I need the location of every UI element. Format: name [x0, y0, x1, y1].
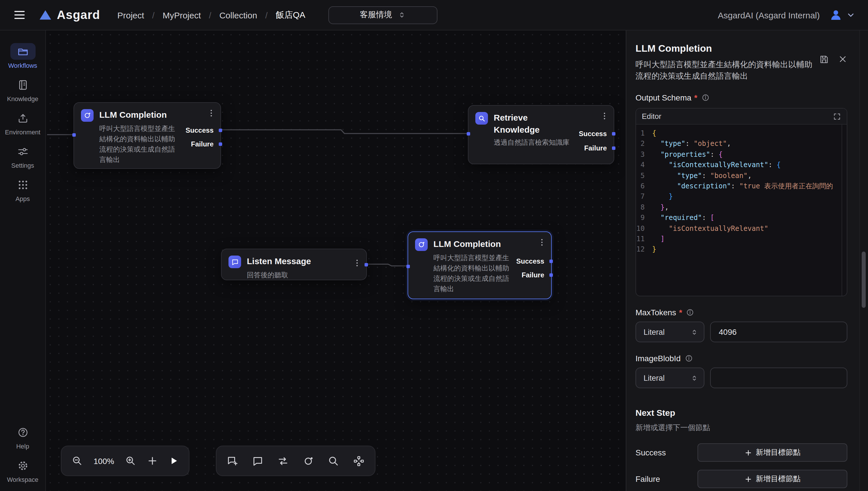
- sidebar-item-workspace[interactable]: Workspace: [2, 457, 43, 483]
- output-port-failure[interactable]: [549, 273, 553, 277]
- node-menu-button[interactable]: [600, 111, 609, 121]
- node-menu-button[interactable]: [353, 258, 362, 268]
- output-port-failure[interactable]: [612, 146, 616, 150]
- environment-upload-icon: [10, 110, 35, 126]
- search-icon: [475, 112, 488, 125]
- node-title: Listen Message: [247, 255, 311, 267]
- subflow-node-button[interactable]: [353, 455, 364, 467]
- editor-scrollbar[interactable]: [842, 125, 842, 296]
- sidebar-item-label: Knowledge: [7, 95, 38, 102]
- output-port[interactable]: [364, 263, 368, 266]
- inspector-panel: LLM Completion 呼叫大型語言模型並產生結構化的資料輸出以輔助流程的…: [626, 30, 868, 491]
- user-avatar-icon[interactable]: [829, 8, 843, 22]
- output-port-success[interactable]: [612, 132, 616, 136]
- node-description: 回答後的聽取: [247, 270, 350, 280]
- scenario-selector[interactable]: 客服情境: [328, 6, 438, 24]
- workspace-gear-icon: [10, 457, 35, 474]
- llm-icon: [415, 238, 428, 251]
- add-message-node-button[interactable]: [227, 455, 238, 467]
- node-description: 呼叫大型語言模型並產生結構化的資料輸出以輔助流程的決策或生成自然語言輸出: [433, 253, 510, 294]
- image-blob-id-input[interactable]: [710, 368, 847, 388]
- sidebar-item-label: Apps: [16, 195, 30, 202]
- zoom-out-button[interactable]: [72, 455, 83, 466]
- sidebar-item-environment[interactable]: Environment: [2, 110, 43, 136]
- output-failure-label: Failure: [584, 144, 607, 152]
- editor-code[interactable]: 1{2 "type": "object",3 "properties": {4 …: [636, 125, 847, 255]
- breadcrumb-item[interactable]: Collection: [219, 10, 257, 20]
- info-icon[interactable]: [686, 308, 694, 316]
- info-icon[interactable]: [701, 94, 709, 102]
- expand-icon[interactable]: [833, 112, 841, 120]
- output-port-failure[interactable]: [219, 142, 222, 146]
- max-tokens-input[interactable]: 4096: [710, 322, 847, 342]
- info-icon[interactable]: [685, 354, 693, 363]
- inspector-title: LLM Completion: [635, 43, 812, 55]
- required-marker: *: [694, 93, 697, 102]
- code-line: 1{: [636, 128, 847, 139]
- node-llm-completion-1[interactable]: LLM Completion 呼叫大型語言模型並產生結構化的資料輸出以輔助流程的…: [73, 102, 221, 169]
- output-port-success[interactable]: [219, 128, 222, 132]
- code-line: 10 "isContextuallyRelevant": [636, 223, 847, 234]
- panel-scrollbar-thumb[interactable]: [862, 252, 866, 308]
- input-port[interactable]: [72, 133, 76, 137]
- sidebar-item-help[interactable]: Help: [2, 424, 43, 450]
- hamburger-menu-button[interactable]: [12, 8, 26, 22]
- code-line: 8 },: [636, 202, 847, 212]
- node-llm-completion-2[interactable]: LLM Completion 呼叫大型語言模型並產生結構化的資料輸出以輔助流程的…: [408, 231, 552, 299]
- select-value: Literal: [643, 374, 665, 382]
- input-port[interactable]: [467, 132, 470, 136]
- brand[interactable]: Asgard: [39, 8, 100, 22]
- sidebar-item-settings[interactable]: Settings: [2, 143, 43, 169]
- run-workflow-button[interactable]: [169, 456, 179, 466]
- output-port-success[interactable]: [549, 260, 553, 263]
- input-port[interactable]: [407, 265, 410, 268]
- edge-listen-to-llm2: [368, 264, 407, 266]
- branch-node-button[interactable]: [277, 455, 289, 467]
- zoom-in-icon: [125, 455, 136, 466]
- code-line: 2 "type": "object",: [636, 139, 847, 149]
- zoom-in-button[interactable]: [125, 455, 136, 466]
- add-button[interactable]: [147, 455, 158, 466]
- required-marker: *: [679, 308, 682, 317]
- schema-editor[interactable]: Editor 1{2 "type": "object",3 "propertie…: [635, 108, 847, 296]
- node-title: Retrieve Knowledge: [494, 111, 557, 136]
- editor-title: Editor: [642, 112, 661, 121]
- breadcrumb-item[interactable]: 飯店QA: [275, 9, 305, 20]
- output-schema-label-row: Output Schema *: [635, 93, 847, 102]
- sidebar-item-apps[interactable]: Apps: [2, 176, 43, 202]
- image-blob-id-type-select[interactable]: Literal: [635, 368, 705, 388]
- listen-message-node-button[interactable]: [252, 455, 264, 467]
- image-blob-id-label-row: ImageBlobId: [635, 354, 847, 363]
- app-root: Asgard Project/MyProject/Collection/飯店QA…: [0, 0, 868, 491]
- node-menu-button[interactable]: [207, 109, 216, 118]
- node-title: LLM Completion: [99, 109, 167, 121]
- zoom-out-icon: [72, 455, 83, 466]
- account-chevron-down-icon[interactable]: [846, 10, 856, 20]
- sidebar-item-label: Help: [16, 443, 29, 450]
- add-target-node-failure-button[interactable]: 新增目標節點: [697, 470, 847, 488]
- panel-scrollbar-track[interactable]: [859, 30, 868, 491]
- llm-node-button[interactable]: [303, 455, 314, 467]
- retrieve-knowledge-node-button[interactable]: [328, 455, 339, 467]
- max-tokens-type-select[interactable]: Literal: [635, 322, 705, 342]
- sidebar-item-knowledge[interactable]: Knowledge: [2, 76, 43, 102]
- code-line: 7 }: [636, 192, 847, 202]
- add-target-node-success-button[interactable]: 新增目標節點: [697, 443, 847, 462]
- breadcrumb-item[interactable]: Project: [117, 10, 144, 20]
- output-schema-label: Output Schema: [635, 93, 691, 102]
- help-icon: [10, 424, 35, 440]
- sidebar-item-workflows[interactable]: Workflows: [2, 43, 43, 69]
- account-label: AsgardAI (Asgard Internal): [718, 10, 820, 20]
- search-icon: [328, 455, 339, 467]
- node-listen-message[interactable]: Listen Message 回答後的聽取: [221, 249, 367, 280]
- llm-icon: [303, 455, 314, 467]
- max-tokens-label-row: MaxTokens *: [635, 308, 847, 317]
- editor-header: Editor: [636, 109, 847, 125]
- breadcrumb-item[interactable]: MyProject: [162, 10, 201, 20]
- code-line: 5 "type": "boolean",: [636, 170, 847, 181]
- code-line: 11 ]: [636, 234, 847, 244]
- node-menu-button[interactable]: [537, 238, 546, 247]
- node-retrieve-knowledge[interactable]: Retrieve Knowledge 透過自然語言檢索知識庫 Success F…: [468, 105, 614, 164]
- save-icon[interactable]: [819, 55, 829, 64]
- close-icon[interactable]: [838, 55, 847, 64]
